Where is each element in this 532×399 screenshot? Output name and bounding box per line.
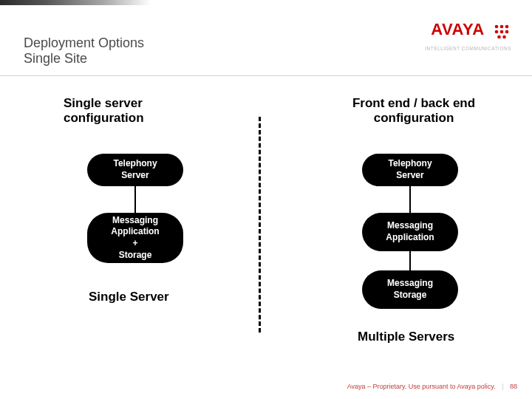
slide-title: Deployment Options Single Site xyxy=(24,35,144,66)
left-box1-l2: Server xyxy=(121,170,149,182)
right-box3-l2: Storage xyxy=(394,290,427,301)
right-messaging-storage-box: Messaging Storage xyxy=(362,270,458,309)
left-box1-l1: Telephony xyxy=(113,158,157,170)
right-box2-l1: Messaging xyxy=(387,220,433,232)
left-heading-l1: Single server xyxy=(64,96,143,110)
right-connector-2 xyxy=(409,251,411,270)
top-gradient-bar xyxy=(0,0,151,5)
left-telephony-server-box: Telephony Server xyxy=(87,154,183,186)
right-caption: Multiple Servers xyxy=(358,330,454,344)
header-divider xyxy=(0,75,532,76)
svg-point-2 xyxy=(505,25,509,29)
svg-point-3 xyxy=(495,30,499,34)
left-caption: Single Server xyxy=(89,290,169,304)
vertical-dashed-divider xyxy=(259,117,261,332)
right-heading-l1: Front end / back end xyxy=(352,96,475,110)
right-heading: Front end / back end configuration xyxy=(303,96,525,126)
right-box1-l1: Telephony xyxy=(388,158,432,170)
footer: Avaya – Proprietary. Use pursuant to Ava… xyxy=(347,383,517,390)
svg-point-6 xyxy=(497,35,501,39)
right-column: Front end / back end configuration xyxy=(303,96,525,126)
title-line-1: Deployment Options xyxy=(24,35,144,51)
slide: AVAYA INTELLIGENT COMMUNICATIONS Deploym… xyxy=(0,0,532,399)
footer-separator: | xyxy=(502,383,503,390)
brand-tagline: INTELLIGENT COMMUNICATIONS xyxy=(425,46,511,51)
title-line-2: Single Site xyxy=(24,51,144,66)
svg-point-1 xyxy=(500,25,504,29)
svg-point-7 xyxy=(502,35,506,39)
left-heading-l2: configuration xyxy=(64,111,144,125)
left-heading: Single server configuration xyxy=(64,96,285,126)
right-box1-l2: Server xyxy=(396,170,423,182)
right-messaging-app-box: Messaging Application xyxy=(362,213,458,251)
left-box2-l1: Messaging xyxy=(112,215,158,227)
left-box2-l3: + xyxy=(132,238,137,250)
brand-wordmark: AVAYA xyxy=(425,24,511,40)
left-box2-l4: Storage xyxy=(119,250,152,262)
brand-name: AVAYA xyxy=(431,20,484,38)
right-box3-l1: Messaging xyxy=(387,278,433,290)
left-box2-l2: Application xyxy=(111,226,159,238)
left-messaging-storage-box: Messaging Application + Storage xyxy=(87,213,183,263)
brand-logo: AVAYA INTELLIGENT COMMUNICATIONS xyxy=(425,24,511,51)
left-column: Single server configuration xyxy=(64,96,285,126)
right-telephony-server-box: Telephony Server xyxy=(362,154,458,186)
svg-point-0 xyxy=(495,25,499,29)
diagram-area: Single server configuration Telephony Se… xyxy=(0,96,532,362)
right-heading-l2: configuration xyxy=(374,111,454,125)
brand-dots-icon xyxy=(492,24,511,40)
footer-text: Avaya – Proprietary. Use pursuant to Ava… xyxy=(347,383,496,390)
right-box2-l2: Application xyxy=(386,232,434,244)
left-connector xyxy=(134,186,136,213)
right-connector-1 xyxy=(409,186,411,213)
footer-page-number: 88 xyxy=(510,383,517,390)
svg-point-4 xyxy=(500,30,504,34)
svg-point-5 xyxy=(505,30,509,34)
